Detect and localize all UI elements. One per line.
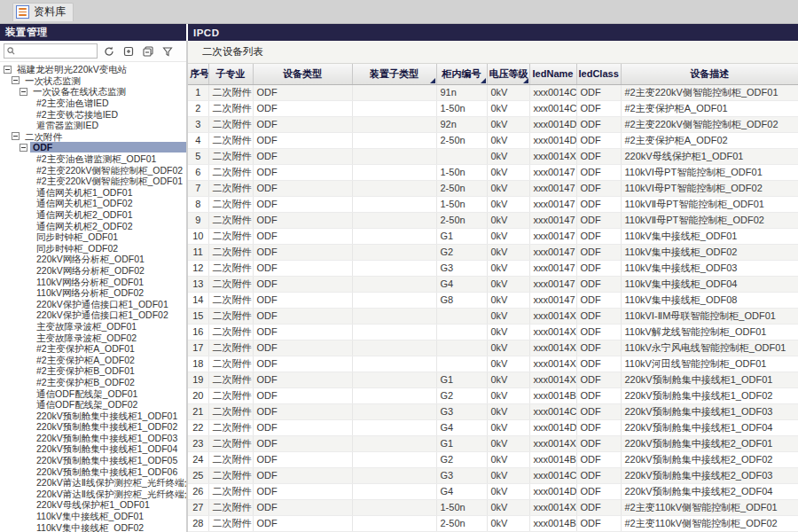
collapse-all-button[interactable] (140, 43, 156, 59)
tree-item[interactable]: 一次设备在线状态监测 (0, 86, 186, 98)
table-row[interactable]: 11二次附件ODFG20kVxxx00147ODF110kV集中接线柜_ODF0… (188, 244, 798, 260)
tree-item[interactable]: 110kV网络分析柜_ODF01 (0, 276, 186, 287)
column-header-sub-specialty[interactable]: 子专业 (208, 64, 253, 84)
tree-item[interactable]: #2主变油色谱IED (0, 98, 186, 109)
tree-item[interactable]: 220kV预制舱集中接线柜1_ODF03 (0, 433, 186, 444)
column-header-device-type[interactable]: 设备类型 (253, 64, 352, 84)
tree-item[interactable]: 220kV莆达Ⅱ线保护测控柜_光纤终端盒2 (0, 489, 186, 500)
column-header-ied-name[interactable]: IedName (529, 64, 576, 84)
tree-item[interactable]: #2主变保护柜B_ODF02 (0, 377, 186, 388)
tree-item[interactable]: 220kV预制舱集中接线柜1_ODF01 (0, 410, 186, 421)
tree-item[interactable]: 主变故障录波柜_ODF02 (0, 332, 186, 343)
tree-item[interactable]: 110kV集中接线柜_ODF01 (0, 511, 186, 522)
table-row[interactable]: 18二次附件ODF0kVxxx0014XODF110kV河田线智能控制柜_ODF… (188, 356, 798, 372)
tree-item[interactable]: #2主变油色谱监测柜_ODF01 (0, 153, 186, 165)
tree-item[interactable]: #2主变保护柜A_ODF01 (0, 343, 186, 355)
tree-item[interactable]: 220kV预制舱集中接线柜1_ODF04 (0, 443, 186, 455)
table-row[interactable]: 12二次附件ODFG30kVxxx00147ODF110kV集中接线柜_ODF0… (188, 260, 798, 276)
tree-item[interactable]: 通信ODF配线架_ODF02 (0, 399, 186, 411)
tree-item[interactable]: 220kV保护通信接口柜1_ODF01 (0, 298, 186, 309)
tree-item[interactable]: #2主变保护柜A_ODF02 (0, 354, 186, 365)
tree-item[interactable]: 二次附件 (0, 131, 186, 143)
table-row[interactable]: 8二次附件ODF1-50n0kVxxx00147ODF110kVⅡ母PT智能控制… (188, 196, 798, 212)
tree-item[interactable]: 220kV预制舱集中接线柜1_ODF05 (0, 455, 186, 466)
table-row[interactable]: 1二次附件ODF91n0kVxxx0014CODF#2主变220kV侧智能控制柜… (188, 84, 798, 100)
tree-item[interactable]: 220kV莆达Ⅱ线保护测控柜_光纤终端盒1 (0, 477, 186, 489)
tab-library-label: 资料库 (34, 4, 66, 20)
tree-item[interactable]: 通信网关机柜2_ODF01 (0, 209, 186, 221)
table-cell (352, 148, 436, 164)
tree-item[interactable]: 通信网关机柜2_ODF02 (0, 220, 186, 231)
table-cell: 二次附件 (208, 435, 253, 451)
table-row[interactable]: 20二次附件ODFG20kVxxx0014BODF220kV预制舱集中接线柜1_… (188, 387, 798, 403)
table-row[interactable]: 14二次附件ODFG80kVxxx00147ODF110kV集中接线柜_ODF0… (188, 292, 798, 308)
tree-item[interactable]: 通信ODF配线架_ODF01 (0, 387, 186, 399)
tree-collapse-icon[interactable] (4, 66, 12, 74)
tree-item[interactable]: 主变故障录波柜_ODF01 (0, 321, 186, 332)
table-row[interactable]: 6二次附件ODF1-50n0kVxxx00147ODF110kVⅠ母PT智能控制… (188, 164, 798, 180)
tree-item[interactable]: 220kV预制舱集中接线柜1_ODF06 (0, 466, 186, 477)
tree-item[interactable]: 110kV网络分析柜_ODF02 (0, 287, 186, 299)
tree-item[interactable]: 避雷器监测IED (0, 120, 186, 131)
column-header-cabinet-no[interactable]: 柜内编号 (436, 64, 487, 84)
tree-item[interactable]: 220kV网络分析柜_ODF01 (0, 254, 186, 265)
tree-collapse-icon[interactable] (20, 144, 27, 152)
table-cell (352, 180, 436, 196)
table-row[interactable]: 4二次附件ODF2-50n0kVxxx0014DODF#2主变保护柜A_ODF0… (188, 132, 798, 148)
tree-item[interactable]: 220kV母线保护柜1_ODF01 (0, 499, 186, 511)
column-header-ied-class[interactable]: IedClass (576, 64, 621, 84)
table-cell: ODF (253, 260, 352, 276)
tree-item[interactable]: 110kV集中接线柜_ODF02 (0, 521, 186, 532)
tree-item-label: 220kV保护通信接口柜1_ODF02 (34, 309, 171, 320)
tree-item[interactable]: #2主变220kV侧智能控制柜_ODF02 (0, 164, 186, 176)
tree-item[interactable]: 同步时钟柜_ODF01 (0, 231, 186, 243)
table-cell: 0kV (487, 372, 529, 387)
filter-button[interactable] (160, 43, 176, 59)
table-row[interactable]: 26二次附件ODFG40kVxxx0014DODF220kV预制舱集中接线柜2_… (188, 483, 798, 499)
tree-item[interactable]: #2主变铁芯接地IED (0, 108, 186, 120)
table-row[interactable]: 19二次附件ODFG10kVxxx0014XODF220kV预制舱集中接线柜1_… (188, 372, 798, 387)
column-header-device-subtype[interactable]: 装置子类型 (352, 64, 436, 84)
tree-item[interactable]: #2主变220kV侧智能控制柜_ODF01 (0, 176, 186, 187)
table-row[interactable]: 25二次附件ODFG30kVxxx0014CODF220kV预制舱集中接线柜2_… (188, 467, 798, 483)
table-row[interactable]: 7二次附件ODF2-50n0kVxxx00147ODF110kVⅠ母PT智能控制… (188, 180, 798, 196)
tree-item[interactable]: 一次状态监测 (0, 75, 186, 87)
table-row[interactable]: 17二次附件ODF0kVxxx0014XODF110kV永宁风电线智能控制柜_O… (188, 340, 798, 356)
tree-item-label: 通信ODF配线架_ODF01 (34, 388, 140, 399)
tree-item[interactable]: 福建龙岩明光220kV变电站 (0, 64, 186, 75)
column-header-device-desc[interactable]: 设备描述 (621, 64, 798, 84)
tree-collapse-icon[interactable] (12, 132, 20, 140)
table-row[interactable]: 28二次附件ODF2-50n0kVxxx0014BODF#2主变110kV侧智能… (188, 515, 798, 531)
tree-item[interactable]: 220kV预制舱集中接线柜1_ODF02 (0, 421, 186, 433)
table-row[interactable]: 27二次附件ODF1-50n0kVxxx0014XODF#2主变110kV侧智能… (188, 499, 798, 515)
table-row[interactable]: 21二次附件ODFG30kVxxx0014CODF220kV预制舱集中接线柜1_… (188, 403, 798, 419)
tree-item[interactable]: 通信网关机柜1_ODF02 (0, 198, 186, 209)
refresh-button[interactable] (101, 43, 117, 59)
tree-item[interactable]: 通信网关机柜1_ODF01 (0, 187, 186, 199)
tree-item[interactable]: #2主变保护柜B_ODF01 (0, 365, 186, 377)
column-header-voltage-level[interactable]: 电压等级 (487, 64, 529, 84)
tab-secondary-device-list[interactable]: 二次设备列表 (197, 42, 269, 62)
column-header-no[interactable]: 序号 (188, 64, 208, 84)
tree-item[interactable]: 同步时钟柜_ODF02 (0, 243, 186, 254)
search-input[interactable] (17, 46, 94, 56)
tree-item[interactable]: ODF (0, 142, 186, 153)
tab-library[interactable]: 资料库 (12, 3, 74, 21)
tree-item[interactable]: 220kV保护通信接口柜1_ODF02 (0, 309, 186, 321)
tree-collapse-icon[interactable] (20, 88, 27, 96)
table-row[interactable]: 15二次附件ODF0kVxxx0014XODF110kVⅠ-ⅡM母联智能控制柜_… (188, 308, 798, 324)
table-row[interactable]: 9二次附件ODF2-50n0kVxxx00147ODF110kVⅡ母PT智能控制… (188, 212, 798, 228)
table-row[interactable]: 13二次附件ODFG40kVxxx00147ODF110kV集中接线柜_ODF0… (188, 276, 798, 292)
table-row[interactable]: 22二次附件ODFG40kVxxx0014DODF220kV预制舱集中接线柜1_… (188, 419, 798, 435)
expand-all-button[interactable] (121, 43, 137, 59)
table-row[interactable]: 5二次附件ODF0kVxxx0014XODF220kV母线保护柜1_ODF01 (188, 148, 798, 164)
tree-item[interactable]: 220kV网络分析柜_ODF02 (0, 265, 186, 277)
tree-collapse-icon[interactable] (12, 76, 20, 84)
table-row[interactable]: 10二次附件ODFG10kVxxx00147ODF110kV集中接线柜_ODF0… (188, 228, 798, 244)
table-row[interactable]: 3二次附件ODF92n0kVxxx0014DODF#2主变220kV侧智能控制柜… (188, 116, 798, 132)
table-row[interactable]: 24二次附件ODFG20kVxxx0014BODF220kV预制舱集中接线柜2_… (188, 451, 798, 467)
table-row[interactable]: 16二次附件ODF0kVxxx0014XODF110kV解龙线智能控制柜_ODF… (188, 324, 798, 340)
table-row[interactable]: 23二次附件ODFG10kVxxx0014XODF220kV预制舱集中接线柜2_… (188, 435, 798, 451)
table-cell: #2主变110kV侧智能控制柜_ODF01 (621, 499, 798, 515)
table-row[interactable]: 2二次附件ODF1-50n0kVxxx0014CODF#2主变保护柜A_ODF0… (188, 100, 798, 116)
